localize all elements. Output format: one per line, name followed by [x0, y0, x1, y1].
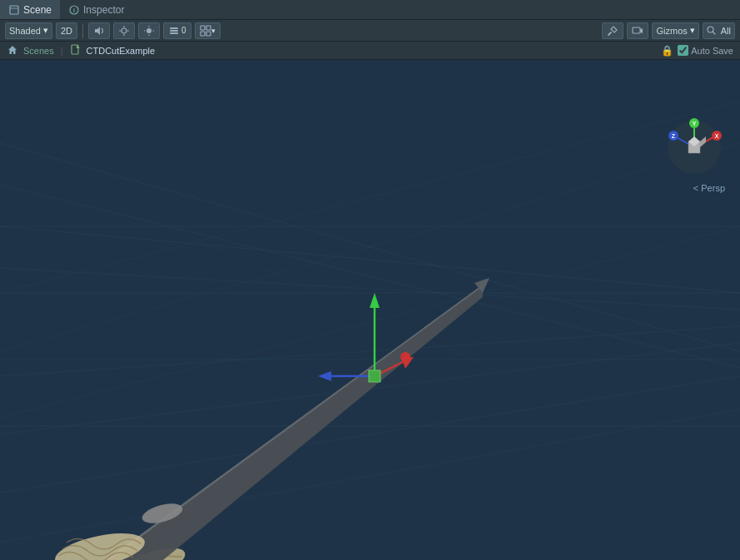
layer-count-button[interactable]: 0 [163, 22, 191, 39]
search-all-label: All [721, 26, 731, 36]
breadcrumb-scenes-label: Scenes [23, 46, 54, 56]
svg-rect-0 [10, 6, 18, 14]
camera-button[interactable] [627, 22, 648, 39]
svg-rect-18 [201, 32, 205, 36]
breadcrumb-scene-name[interactable]: CTDCutExample [87, 46, 156, 56]
toolbar: Shaded ▾ 2D [0, 20, 740, 42]
grid-overlay [0, 60, 740, 560]
inspector-icon: i [68, 4, 80, 16]
tab-inspector[interactable]: i Inspector [60, 0, 132, 19]
svg-text:i: i [73, 7, 75, 13]
search-button[interactable]: All [703, 22, 735, 39]
scene-file-icon [70, 44, 82, 57]
lock-icon: 🔒 [661, 45, 673, 57]
svg-rect-20 [633, 27, 640, 33]
scene-icon [8, 4, 20, 16]
layer-count-label: 0 [181, 26, 186, 35]
svg-point-8 [147, 28, 151, 33]
svg-rect-13 [170, 27, 178, 29]
svg-text:X: X [715, 133, 719, 139]
gizmos-dropdown[interactable]: Gizmos ▾ [652, 22, 698, 39]
auto-save-checkbox[interactable] [678, 45, 688, 56]
shading-dropdown-icon: ▾ [43, 25, 48, 36]
svg-point-58 [400, 352, 410, 362]
gizmos-label: Gizmos [656, 26, 687, 36]
svg-rect-16 [201, 26, 205, 30]
svg-line-22 [713, 32, 715, 34]
tab-scene[interactable]: Scene [0, 0, 60, 19]
gizmos-dropdown-icon: ▾ [690, 25, 695, 36]
auto-save-label: Auto Save [691, 46, 733, 56]
svg-text:Y: Y [693, 121, 697, 126]
shading-dropdown[interactable]: Shaded ▾ [5, 22, 52, 39]
tab-bar: Scene i Inspector [0, 0, 740, 20]
viewport[interactable]: Y X Z < Persp [0, 60, 740, 560]
perspective-label: < Persp [693, 183, 725, 193]
svg-rect-59 [369, 370, 380, 382]
lighting-button[interactable] [138, 22, 160, 39]
divider-1 [82, 23, 83, 38]
mode-2d-button[interactable]: 2D [56, 22, 77, 39]
scene-tab-label: Scene [23, 4, 52, 16]
breadcrumb-separator: | [61, 46, 63, 56]
grid-dropdown-icon: ▾ [211, 27, 216, 35]
grid-button[interactable]: ▾ [195, 22, 221, 39]
inspector-tab-label: Inspector [83, 4, 124, 16]
tools-button[interactable] [602, 22, 623, 39]
svg-text:Z: Z [672, 133, 676, 139]
scene-home-icon [7, 44, 18, 57]
auto-save-toggle[interactable]: Auto Save [678, 45, 733, 56]
shading-label: Shaded [9, 26, 41, 36]
svg-rect-19 [206, 32, 211, 36]
svg-point-3 [122, 28, 127, 33]
audio-button[interactable] [88, 22, 110, 39]
svg-rect-17 [206, 26, 211, 30]
svg-rect-14 [170, 30, 178, 32]
svg-rect-24 [0, 60, 740, 560]
svg-rect-15 [170, 32, 178, 34]
fx-button[interactable] [113, 22, 135, 39]
orientation-gizmo[interactable]: Y X Z [665, 118, 723, 176]
toolbar-right: Gizmos ▾ All [602, 22, 735, 39]
auto-save-area: 🔒 Auto Save [661, 45, 733, 57]
breadcrumb-bar: Scenes | CTDCutExample 🔒 Auto Save [0, 42, 740, 60]
